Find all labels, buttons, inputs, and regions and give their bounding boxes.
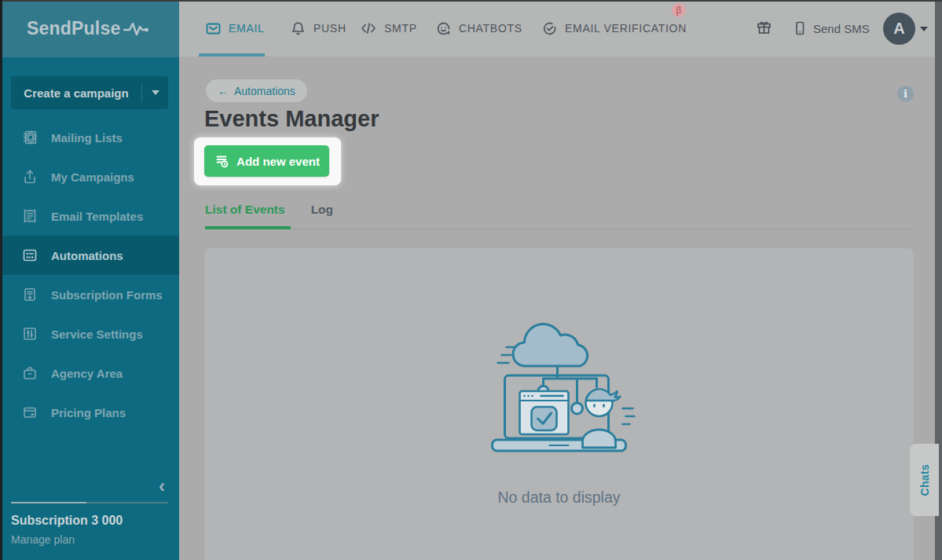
chats-tab[interactable]: Chats bbox=[910, 444, 939, 516]
sidebar-item-automations[interactable]: Automations bbox=[0, 236, 179, 275]
sidebar: SendPulse Create a campaign Mailing List… bbox=[0, 0, 179, 560]
briefcase-icon bbox=[22, 365, 38, 381]
sidebar-item-agency-area[interactable]: Agency Area bbox=[0, 353, 179, 393]
template-doc-icon bbox=[22, 208, 38, 224]
tab-smtp-label: SMTP bbox=[384, 22, 417, 35]
manage-plan-link[interactable]: Manage plan bbox=[11, 533, 75, 546]
active-tab-underline bbox=[199, 53, 265, 57]
beta-badge: β bbox=[672, 3, 686, 17]
check-circle-icon bbox=[542, 21, 557, 36]
send-sms-label: Send SMS bbox=[813, 22, 870, 35]
main-content: i ← Automations Events Manager Add new e… bbox=[179, 57, 942, 560]
sidebar-item-label: My Campaigns bbox=[51, 170, 134, 184]
chat-icon bbox=[436, 21, 451, 36]
gift-button[interactable] bbox=[757, 20, 772, 35]
onboarding-spotlight: Add new event bbox=[194, 137, 341, 185]
sidebar-item-label: Email Templates bbox=[51, 210, 143, 223]
avatar[interactable]: A bbox=[883, 13, 915, 45]
avatar-letter: A bbox=[893, 20, 904, 38]
add-new-event-button[interactable]: Add new event bbox=[204, 145, 329, 177]
tab-log[interactable]: Log bbox=[311, 203, 333, 217]
avatar-dropdown-caret-icon[interactable] bbox=[920, 27, 928, 31]
window-top-edge bbox=[0, 0, 942, 2]
logo-area: SendPulse bbox=[0, 0, 179, 57]
sidebar-item-label: Pricing Plans bbox=[51, 406, 126, 419]
chats-tab-label: Chats bbox=[918, 464, 931, 496]
sidebar-collapse-button[interactable]: ‹ bbox=[152, 474, 171, 498]
breadcrumb-label: Automations bbox=[234, 85, 295, 97]
tab-push-label: PUSH bbox=[313, 22, 346, 35]
tab-email-label: EMAIL bbox=[229, 22, 265, 35]
tab-email-verification-label: EMAIL VERIFICATION bbox=[565, 22, 687, 35]
sidebar-item-my-campaigns[interactable]: My Campaigns bbox=[0, 157, 179, 196]
subscription-usage-fill bbox=[11, 502, 86, 503]
pricing-card-icon bbox=[22, 404, 38, 420]
window-left-edge bbox=[0, 0, 2, 560]
page-title: Events Manager bbox=[204, 106, 379, 132]
sidebar-item-mailing-lists[interactable]: Mailing Lists bbox=[0, 118, 179, 157]
empty-state-text: No data to display bbox=[204, 489, 914, 507]
tab-list-of-events[interactable]: List of Events bbox=[205, 203, 285, 217]
address-book-icon bbox=[22, 130, 38, 145]
campaign-launch-icon bbox=[22, 169, 38, 185]
tab-email-verification[interactable]: EMAIL VERIFICATION bbox=[542, 0, 687, 57]
subscription-usage-bar bbox=[11, 502, 168, 503]
create-campaign-label: Create a campaign bbox=[11, 86, 141, 100]
events-panel: No data to display bbox=[204, 248, 914, 560]
info-icon: i bbox=[904, 88, 907, 100]
sidebar-item-service-settings[interactable]: Service Settings bbox=[0, 314, 179, 353]
form-plus-icon bbox=[22, 287, 38, 302]
sidebar-item-label: Agency Area bbox=[51, 367, 123, 380]
subscription-title: Subscription 3 000 bbox=[11, 514, 123, 528]
automation-flow-icon bbox=[22, 247, 38, 263]
active-tab-green-underline bbox=[205, 226, 291, 229]
tab-email[interactable]: EMAIL bbox=[206, 0, 265, 57]
bell-icon bbox=[291, 21, 306, 36]
sidebar-item-pricing-plans[interactable]: Pricing Plans bbox=[0, 393, 179, 432]
back-arrow-icon: ← bbox=[218, 85, 229, 97]
sendpulse-logo[interactable]: SendPulse bbox=[27, 18, 120, 39]
tab-smtp[interactable]: SMTP bbox=[361, 0, 417, 57]
sidebar-menu: Mailing Lists My Campaigns Email Templat… bbox=[0, 118, 179, 432]
tabs-divider-line bbox=[205, 229, 914, 229]
tab-push[interactable]: PUSH bbox=[291, 0, 346, 57]
sidebar-item-subscription-forms[interactable]: Subscription Forms bbox=[0, 275, 179, 314]
sidebar-item-label: Mailing Lists bbox=[51, 131, 123, 145]
top-navigation-bar: EMAIL PUSH SMTP CHATBOTS EMAIL VERIFICAT… bbox=[179, 0, 942, 57]
tab-chatbots-label: CHATBOTS bbox=[459, 22, 522, 35]
info-button[interactable]: i bbox=[897, 86, 914, 102]
empty-state-illustration bbox=[475, 314, 643, 463]
breadcrumb-automations[interactable]: ← Automations bbox=[206, 79, 307, 102]
create-campaign-button[interactable]: Create a campaign bbox=[11, 76, 168, 109]
create-campaign-dropdown[interactable] bbox=[142, 90, 168, 95]
pulse-icon bbox=[123, 20, 152, 38]
envelope-icon bbox=[206, 21, 221, 36]
sidebar-item-label: Automations bbox=[51, 249, 123, 262]
sidebar-item-label: Subscription Forms bbox=[51, 288, 163, 302]
sidebar-item-email-templates[interactable]: Email Templates bbox=[0, 196, 179, 236]
content-tabs: List of Events Log bbox=[205, 203, 333, 217]
add-new-event-label: Add new event bbox=[236, 155, 320, 168]
sliders-icon bbox=[22, 326, 38, 342]
phone-icon bbox=[794, 20, 806, 36]
event-list-icon bbox=[214, 153, 229, 169]
gift-icon bbox=[757, 20, 772, 35]
code-icon bbox=[361, 21, 376, 35]
sidebar-item-label: Service Settings bbox=[51, 328, 143, 341]
send-sms-button[interactable]: Send SMS bbox=[794, 0, 870, 57]
chevron-down-icon bbox=[152, 90, 159, 95]
tab-chatbots[interactable]: CHATBOTS bbox=[436, 0, 522, 57]
